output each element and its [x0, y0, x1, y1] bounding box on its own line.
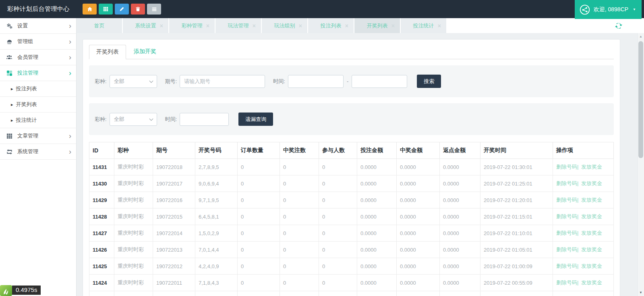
lottery-select[interactable]: 全部	[110, 75, 157, 88]
sidebar-subitem-draw-list[interactable]: ▸开奖列表	[0, 97, 76, 113]
trash-icon	[135, 6, 141, 12]
sidebar-item-system[interactable]: 系统管理›	[0, 144, 76, 160]
cell-participants: 0	[319, 192, 357, 208]
cell-win-amount: 0.0000	[397, 208, 440, 225]
sidebar-item-label: 会员管理	[17, 54, 38, 61]
sidebar-item-settings[interactable]: 设置›	[0, 18, 76, 34]
tab-draw-list[interactable]: 开奖列表	[89, 45, 126, 59]
action-separator: |	[577, 180, 578, 186]
tab-close-icon[interactable]: ×	[253, 23, 256, 29]
tab-close-icon[interactable]: ×	[299, 23, 302, 29]
sidebar-subitem-bet-list[interactable]: ▸投注列表	[0, 81, 76, 97]
cell-orders: 0	[238, 225, 280, 242]
chevron-right-icon: ›	[69, 132, 71, 140]
user-avatar-icon	[580, 4, 590, 15]
sidebar-item-articles[interactable]: 文章管理›	[0, 128, 76, 144]
delete-numbers-link[interactable]: 删除号码	[556, 246, 577, 252]
grant-prize-link[interactable]: 发放奖金	[580, 180, 602, 186]
tab-lottery-manage[interactable]: 彩种管理×	[169, 18, 215, 33]
cell-bet-amount: 0.0000	[357, 258, 397, 275]
grant-prize-link[interactable]: 发放奖金	[580, 279, 602, 286]
sidebar: 设置›管理组›会员管理›投注管理›▸投注列表▸开奖列表▸投注统计文章管理›系统管…	[0, 18, 77, 296]
search-filter-panel: 彩种: 全部 期号: 时间: - 搜索	[89, 65, 614, 97]
cell-win-amount: 0.0000	[397, 192, 440, 208]
grid-button[interactable]	[99, 4, 113, 15]
scrollbar-thumb[interactable]	[638, 41, 643, 158]
sidebar-item-label: 设置	[17, 22, 28, 29]
list-button[interactable]	[147, 4, 161, 15]
cell-orders: 0	[238, 192, 280, 208]
cell-bet-amount: 0.0000	[357, 242, 397, 258]
table-row: 11423重庆时时彩1907220104,4,0,3,90000.00000.0…	[89, 291, 614, 296]
user-menu[interactable]: 欢迎, 0898CP ▼	[575, 0, 642, 19]
delete-numbers-link[interactable]: 删除号码	[556, 164, 577, 170]
cell-bet-amount: 0.0000	[357, 291, 397, 296]
grant-prize-link[interactable]: 发放奖金	[580, 246, 602, 252]
lottery-select-2[interactable]: 全部	[110, 113, 157, 126]
tab-bet-list[interactable]: 投注列表×	[308, 18, 354, 33]
chevron-right-icon: ›	[69, 54, 71, 61]
search-button[interactable]: 搜索	[417, 75, 441, 88]
sidebar-item-admin-group[interactable]: 管理组›	[0, 34, 76, 50]
panel-tabs: 开奖列表 添加开奖	[89, 45, 614, 59]
scroll-down-arrow[interactable]: ▼	[638, 289, 644, 296]
grant-prize-link[interactable]: 发放奖金	[580, 213, 602, 219]
open-tabs-bar: 首页系统设置×彩种管理×玩法管理×玩法组别×投注列表×开奖列表×投注统计×	[77, 18, 644, 33]
tab-close-icon[interactable]: ×	[345, 23, 348, 29]
tab-bet-stats[interactable]: 投注统计×	[401, 18, 447, 33]
tab-play-group[interactable]: 玩法组别×	[262, 18, 308, 33]
grant-prize-link[interactable]: 发放奖金	[580, 197, 602, 203]
tab-close-icon[interactable]: ×	[391, 23, 395, 29]
tab-play-manage[interactable]: 玩法管理×	[215, 18, 262, 33]
delete-numbers-link[interactable]: 删除号码	[556, 263, 577, 269]
cell-numbers: 4,4,0,3,9	[195, 291, 238, 296]
cell-time: 2019-07-22 01:25:01	[480, 175, 553, 192]
home-button[interactable]	[83, 4, 97, 15]
sidebar-item-betting[interactable]: 投注管理›	[0, 65, 76, 81]
scroll-up-arrow[interactable]: ▲	[638, 33, 644, 40]
refresh-button[interactable]	[615, 22, 623, 30]
tab-close-icon[interactable]: ×	[206, 23, 209, 29]
cell-actions: 删除号码| 发放奖金	[553, 225, 614, 242]
app-title: 彩种计划后台管理中心	[0, 5, 77, 13]
miss-time-input[interactable]	[180, 113, 229, 126]
delete-numbers-link[interactable]: 删除号码	[556, 213, 577, 219]
cell-lottery: 重庆时时彩	[114, 159, 153, 175]
grant-prize-link[interactable]: 发放奖金	[580, 230, 602, 236]
chevron-right-icon: ›	[69, 22, 71, 29]
grant-prize-link[interactable]: 发放奖金	[580, 263, 602, 269]
delete-numbers-link[interactable]: 删除号码	[556, 279, 577, 286]
articles-icon	[6, 133, 13, 139]
tab-close-icon[interactable]: ×	[160, 23, 163, 29]
sidebar-item-members[interactable]: 会员管理›	[0, 50, 76, 65]
grant-prize-link[interactable]: 发放奖金	[580, 164, 602, 170]
time-end-input[interactable]	[352, 75, 407, 88]
tab-close-icon[interactable]: ×	[438, 23, 441, 29]
cell-time: 2019-07-22 01:30:01	[480, 159, 553, 175]
column-header: 操作项	[553, 142, 614, 159]
cell-win-bets: 0	[280, 175, 319, 192]
tab-draw-list[interactable]: 开奖列表×	[354, 18, 401, 33]
cell-time: 2019-07-22 00:55:09	[480, 275, 553, 291]
delete-numbers-link[interactable]: 删除号码	[556, 180, 577, 186]
issue-input[interactable]	[180, 75, 265, 88]
cell-issue: 190722012	[153, 258, 195, 275]
th-icon	[103, 6, 108, 12]
delete-numbers-link[interactable]: 删除号码	[556, 230, 577, 236]
tab-home[interactable]: 首页	[77, 18, 123, 33]
pencil-icon	[119, 6, 124, 12]
miss-query-button[interactable]: 遗漏查询	[238, 113, 273, 126]
cell-bet-amount: 0.0000	[357, 208, 397, 225]
vertical-scrollbar[interactable]: ▲ ▼	[637, 33, 644, 296]
tab-add-draw[interactable]: 添加开奖	[127, 45, 163, 59]
gears-icon	[6, 23, 13, 29]
cell-id: 11425	[89, 258, 114, 275]
tab-system-settings[interactable]: 系统设置×	[123, 18, 169, 33]
time-start-input[interactable]	[288, 75, 344, 88]
cell-actions: 删除号码| 发放奖金	[553, 242, 614, 258]
delete-numbers-link[interactable]: 删除号码	[556, 197, 577, 203]
sidebar-subitem-bet-stats[interactable]: ▸投注统计	[0, 113, 76, 128]
cell-numbers: 4,2,4,0,9	[195, 258, 238, 275]
delete-button[interactable]	[131, 4, 145, 15]
edit-button[interactable]	[115, 4, 129, 15]
